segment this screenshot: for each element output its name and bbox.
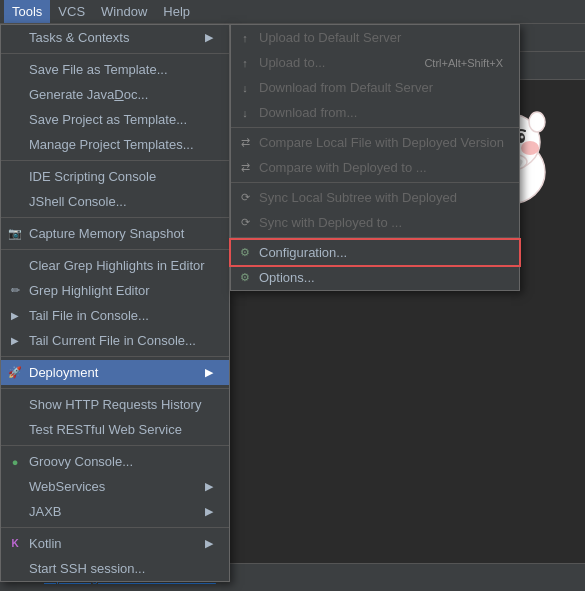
clear-grep-label: Clear Grep Highlights in Editor [29,258,205,273]
groovy-icon: ● [7,454,23,470]
webservices-label: WebServices [29,479,105,494]
download-from-label: Download from... [259,105,357,120]
menu-http-history[interactable]: Show HTTP Requests History [1,392,229,417]
tail-file-label: Tail File in Console... [29,308,149,323]
sub-download-from[interactable]: ↓ Download from... [231,100,519,125]
restful-label: Test RESTful Web Service [29,422,182,437]
manage-templates-label: Manage Project Templates... [29,137,194,152]
upload-shortcut: Ctrl+Alt+Shift+X [424,57,503,69]
sub-divider-3 [231,237,519,238]
sync-with-icon: ⟳ [237,215,253,231]
menu-restful[interactable]: Test RESTful Web Service [1,417,229,442]
divider-8 [1,527,229,528]
capture-memory-label: Capture Memory Snapshot [29,226,184,241]
menu-bar: Tools VCS Window Help [0,0,585,24]
options-icon: ⚙ [237,270,253,286]
compare-with-icon: ⇄ [237,160,253,176]
menu-tasks-contexts[interactable]: Tasks & Contexts ▶ [1,25,229,50]
upload-to-icon: ↑ [237,55,253,71]
menu-capture-memory[interactable]: 📷 Capture Memory Snapshot [1,221,229,246]
kotlin-arrow: ▶ [205,537,213,550]
sync-local-label: Sync Local Subtree with Deployed [259,190,457,205]
grep-editor-label: Grep Highlight Editor [29,283,150,298]
divider-3 [1,217,229,218]
sub-sync-local[interactable]: ⟳ Sync Local Subtree with Deployed [231,185,519,210]
menu-manage-templates[interactable]: Manage Project Templates... [1,132,229,157]
sub-configuration[interactable]: ⚙ Configuration... [231,240,519,265]
rocket-icon: 🚀 [7,365,23,381]
play-icon-1: ▶ [7,308,23,324]
sync-local-icon: ⟳ [237,190,253,206]
configuration-label: Configuration... [259,245,347,260]
options-label: Options... [259,270,315,285]
kotlin-icon: K [7,536,23,552]
upload-to-label: Upload to... [259,55,326,70]
camera-icon: 📷 [7,226,23,242]
generate-javadoc-label: Generate JavaDoc... [29,87,148,102]
menu-save-project-template[interactable]: Save Project as Template... [1,107,229,132]
deployment-submenu: ↑ Upload to Default Server ↑ Upload to..… [230,24,520,291]
menu-ide-scripting[interactable]: IDE Scripting Console [1,164,229,189]
menu-grep-editor[interactable]: ✏ Grep Highlight Editor [1,278,229,303]
divider-4 [1,249,229,250]
jaxb-arrow: ▶ [205,505,213,518]
sub-compare-with[interactable]: ⇄ Compare with Deployed to ... [231,155,519,180]
download-from-icon: ↓ [237,105,253,121]
menu-tail-current[interactable]: ▶ Tail Current File in Console... [1,328,229,353]
menu-kotlin[interactable]: K Kotlin ▶ [1,531,229,556]
http-history-label: Show HTTP Requests History [29,397,201,412]
svg-point-9 [521,136,524,139]
divider-6 [1,388,229,389]
svg-point-5 [521,141,539,155]
sub-download-default[interactable]: ↓ Download from Default Server [231,75,519,100]
jshell-label: JShell Console... [29,194,127,209]
kotlin-label: Kotlin [29,536,62,551]
sub-divider-2 [231,182,519,183]
menu-jaxb[interactable]: JAXB ▶ [1,499,229,524]
play-icon-2: ▶ [7,333,23,349]
sync-with-label: Sync with Deployed to ... [259,215,402,230]
sub-compare-local[interactable]: ⇄ Compare Local File with Deployed Versi… [231,130,519,155]
sub-upload-default[interactable]: ↑ Upload to Default Server [231,25,519,50]
groovy-label: Groovy Console... [29,454,133,469]
pencil-icon: ✏ [7,283,23,299]
compare-with-label: Compare with Deployed to ... [259,160,427,175]
menu-vcs[interactable]: VCS [50,0,93,23]
sub-options[interactable]: ⚙ Options... [231,265,519,290]
arrow-icon: ▶ [205,31,213,44]
menu-help[interactable]: Help [155,0,198,23]
deployment-label: Deployment [29,365,98,380]
ide-scripting-label: IDE Scripting Console [29,169,156,184]
tasks-contexts-label: Tasks & Contexts [29,30,129,45]
tail-current-label: Tail Current File in Console... [29,333,196,348]
download-default-label: Download from Default Server [259,80,433,95]
compare-local-icon: ⇄ [237,135,253,151]
sub-upload-to[interactable]: ↑ Upload to... Ctrl+Alt+Shift+X [231,50,519,75]
menu-clear-grep[interactable]: Clear Grep Highlights in Editor [1,253,229,278]
menu-tail-file[interactable]: ▶ Tail File in Console... [1,303,229,328]
sub-sync-with[interactable]: ⟳ Sync with Deployed to ... [231,210,519,235]
menu-generate-javadoc[interactable]: Generate JavaDoc... [1,82,229,107]
menu-webservices[interactable]: WebServices ▶ [1,474,229,499]
download-default-icon: ↓ [237,80,253,96]
svg-point-3 [529,112,545,132]
menu-groovy[interactable]: ● Groovy Console... [1,449,229,474]
config-icon: ⚙ [237,245,253,261]
menu-jshell[interactable]: JShell Console... [1,189,229,214]
jaxb-label: JAXB [29,504,62,519]
tools-menu: Tasks & Contexts ▶ Save File as Template… [0,24,230,582]
menu-window[interactable]: Window [93,0,155,23]
divider-1 [1,53,229,54]
divider-7 [1,445,229,446]
menu-save-template[interactable]: Save File as Template... [1,57,229,82]
save-template-label: Save File as Template... [29,62,168,77]
divider-2 [1,160,229,161]
upload-default-label: Upload to Default Server [259,30,401,45]
menu-tools[interactable]: Tools [4,0,50,23]
menu-ssh[interactable]: Start SSH session... [1,556,229,581]
sub-divider-1 [231,127,519,128]
deployment-arrow: ▶ [205,366,213,379]
menu-deployment[interactable]: 🚀 Deployment ▶ [1,360,229,385]
save-project-label: Save Project as Template... [29,112,187,127]
divider-5 [1,356,229,357]
